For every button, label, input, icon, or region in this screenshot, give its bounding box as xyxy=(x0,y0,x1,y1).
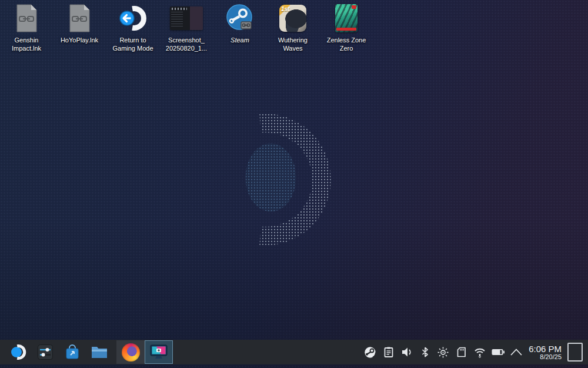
digital-clock[interactable]: 6:06 PM 8/20/25 xyxy=(525,344,566,360)
icon-label: HoYoPlay.lnk xyxy=(54,36,105,44)
desktop-icon-wuthering-waves[interactable]: 1st Wuthering Waves xyxy=(268,2,318,53)
system-settings-launcher[interactable] xyxy=(32,340,59,364)
taskbar-task-spectacle[interactable] xyxy=(145,340,173,364)
discover-bag-icon xyxy=(64,344,81,360)
icon-label: Genshin Impact.lnk xyxy=(1,36,52,53)
icon-label: Wuthering Waves xyxy=(268,36,318,53)
first-anniversary-badge: 1st xyxy=(281,6,289,12)
wuthering-waves-icon: 1st xyxy=(279,5,306,32)
wifi-tray-icon[interactable] xyxy=(470,340,489,364)
zenless-zone-zero-icon xyxy=(335,4,358,32)
shortcut-badge-icon xyxy=(241,22,251,29)
icon-label: Return to Gaming Mode xyxy=(108,36,158,53)
discover-launcher[interactable] xyxy=(59,340,86,364)
desktop-icon-screenshot-file[interactable]: Screenshot_ 20250820_1... xyxy=(161,2,212,53)
desktop-icon-genshin-impact[interactable]: Genshin Impact.lnk xyxy=(1,2,52,53)
show-desktop-button[interactable] xyxy=(567,343,583,362)
folder-icon xyxy=(91,344,108,360)
clipboard-tray-icon[interactable] xyxy=(379,340,397,364)
icon-label: Zenless Zone Zero xyxy=(321,36,372,53)
desktop-icon-steam[interactable]: Steam xyxy=(215,2,265,44)
taskbar-panel: 6:06 PM 8/20/25 xyxy=(0,340,588,364)
clock-time: 6:06 PM xyxy=(529,344,562,353)
desktop-wallpaper xyxy=(0,0,588,368)
brightness-tray-icon[interactable] xyxy=(434,340,452,364)
steam-tray-icon[interactable] xyxy=(361,340,379,364)
screenshot-thumbnail-icon xyxy=(170,6,203,30)
desktop-icon-return-to-gaming-mode[interactable]: Return to Gaming Mode xyxy=(108,2,158,53)
clock-date: 8/20/25 xyxy=(529,353,562,360)
link-file-icon xyxy=(54,2,105,34)
settings-sliders-icon xyxy=(37,344,54,360)
system-tray: 6:06 PM 8/20/25 xyxy=(361,340,588,364)
link-file-icon xyxy=(1,2,52,34)
battery-tray-icon[interactable] xyxy=(489,340,507,364)
plasma-desktop: Genshin Impact.lnk HoYoPlay.lnk xyxy=(0,0,588,368)
spectacle-icon xyxy=(149,344,168,360)
steam-app-icon xyxy=(215,2,265,34)
return-to-gaming-mode-icon xyxy=(108,2,158,34)
taskbar-task-firefox[interactable] xyxy=(116,340,145,364)
sd-card-tray-icon[interactable] xyxy=(452,340,470,364)
desktop-icon-hoyoplay[interactable]: HoYoPlay.lnk xyxy=(54,2,105,44)
application-launcher-button[interactable] xyxy=(5,340,32,364)
steamdeck-launcher-icon xyxy=(9,343,27,361)
icon-label: Steam xyxy=(215,36,265,44)
volume-tray-icon[interactable] xyxy=(397,340,416,364)
steamdeck-logo-wallpaper xyxy=(194,108,341,249)
bluetooth-tray-icon[interactable] xyxy=(416,340,434,364)
expand-tray-chevron-icon[interactable] xyxy=(507,340,525,364)
firefox-icon xyxy=(122,343,140,362)
icon-label: Screenshot_ 20250820_1... xyxy=(161,36,212,53)
file-manager-launcher[interactable] xyxy=(86,340,113,364)
desktop-icon-zenless-zone-zero[interactable]: Zenless Zone Zero xyxy=(321,2,372,53)
